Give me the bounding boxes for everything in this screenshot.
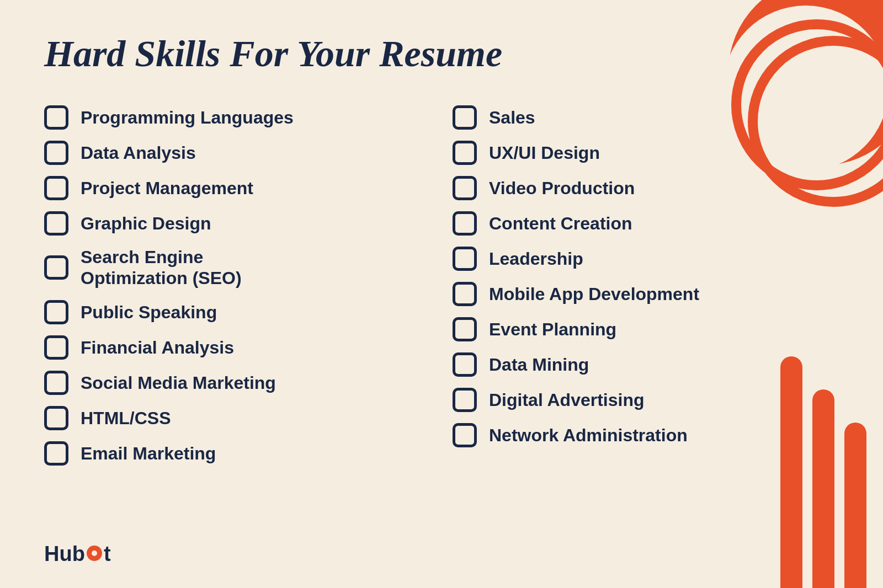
checkbox-seo[interactable] xyxy=(44,255,68,280)
skill-label-video-production: Video Production xyxy=(489,177,635,199)
skill-item-digital-advertising: Digital Advertising xyxy=(453,384,839,415)
checkbox-sales[interactable] xyxy=(453,105,477,130)
skill-item-email-marketing: Email Marketing xyxy=(44,438,430,469)
checkbox-graphic-design[interactable] xyxy=(44,211,68,236)
skill-label-sales: Sales xyxy=(489,106,535,129)
checkbox-data-analysis[interactable] xyxy=(44,141,68,165)
checkbox-social-media-marketing[interactable] xyxy=(44,371,68,395)
skill-label-html-css: HTML/CSS xyxy=(81,407,171,429)
checkbox-content-creation[interactable] xyxy=(453,211,477,236)
skills-column-left: Programming LanguagesData AnalysisProjec… xyxy=(44,102,453,560)
hubspot-dot-icon xyxy=(86,547,103,562)
checkbox-mobile-app-development[interactable] xyxy=(453,282,477,306)
skill-label-graphic-design: Graphic Design xyxy=(81,212,211,234)
checkbox-project-management[interactable] xyxy=(44,176,68,200)
checkbox-leadership[interactable] xyxy=(453,247,477,271)
skill-item-data-analysis: Data Analysis xyxy=(44,137,430,168)
checkbox-html-css[interactable] xyxy=(44,406,68,430)
skill-label-network-administration: Network Administration xyxy=(489,424,688,446)
skill-label-leadership: Leadership xyxy=(489,248,583,270)
checkbox-data-mining[interactable] xyxy=(453,352,477,377)
skill-label-data-mining: Data Mining xyxy=(489,354,589,376)
skill-item-financial-analysis: Financial Analysis xyxy=(44,332,430,363)
checkbox-financial-analysis[interactable] xyxy=(44,335,68,360)
skill-label-data-analysis: Data Analysis xyxy=(81,142,196,164)
skill-item-video-production: Video Production xyxy=(453,173,839,204)
hubspot-dot-inner xyxy=(92,550,97,556)
page-title: Hard Skills For Your Resume xyxy=(44,33,839,74)
hubspot-dot-circle xyxy=(87,546,102,561)
checkbox-video-production[interactable] xyxy=(453,176,477,200)
checkbox-event-planning[interactable] xyxy=(453,317,477,341)
skill-label-email-marketing: Email Marketing xyxy=(81,442,216,464)
skill-item-content-creation: Content Creation xyxy=(453,208,839,239)
skill-label-public-speaking: Public Speaking xyxy=(81,301,217,323)
skills-section: Programming LanguagesData AnalysisProjec… xyxy=(44,102,839,560)
skill-label-content-creation: Content Creation xyxy=(489,212,632,234)
skill-label-digital-advertising: Digital Advertising xyxy=(489,389,645,411)
skill-item-project-management: Project Management xyxy=(44,173,430,204)
skills-column-right: SalesUX/UI DesignVideo ProductionContent… xyxy=(453,102,839,560)
hubspot-logo: Hub t xyxy=(44,542,111,566)
skill-item-public-speaking: Public Speaking xyxy=(44,297,430,328)
skill-item-programming-languages: Programming Languages xyxy=(44,102,430,133)
skill-item-sales: Sales xyxy=(453,102,839,133)
skill-item-network-administration: Network Administration xyxy=(453,420,839,451)
bar-3 xyxy=(844,423,866,588)
skill-label-programming-languages: Programming Languages xyxy=(81,106,294,129)
skill-item-graphic-design: Graphic Design xyxy=(44,208,430,239)
checkbox-email-marketing[interactable] xyxy=(44,441,68,466)
skill-label-event-planning: Event Planning xyxy=(489,318,616,340)
main-container: Hard Skills For Your Resume Programming … xyxy=(0,0,883,588)
skill-item-event-planning: Event Planning xyxy=(453,314,839,345)
checkbox-network-administration[interactable] xyxy=(453,423,477,447)
skill-label-financial-analysis: Financial Analysis xyxy=(81,336,234,359)
hubspot-text-hub: Hub xyxy=(44,542,85,566)
skill-item-ux-ui-design: UX/UI Design xyxy=(453,137,839,168)
skill-label-mobile-app-development: Mobile App Development xyxy=(489,283,699,305)
checkbox-public-speaking[interactable] xyxy=(44,300,68,324)
checkbox-ux-ui-design[interactable] xyxy=(453,141,477,165)
skill-label-ux-ui-design: UX/UI Design xyxy=(489,142,600,164)
skill-item-data-mining: Data Mining xyxy=(453,349,839,380)
skill-item-mobile-app-development: Mobile App Development xyxy=(453,279,839,309)
checkbox-digital-advertising[interactable] xyxy=(453,388,477,412)
skill-item-html-css: HTML/CSS xyxy=(44,403,430,434)
skill-item-leadership: Leadership xyxy=(453,243,839,274)
skill-item-social-media-marketing: Social Media Marketing xyxy=(44,367,430,398)
skill-label-social-media-marketing: Social Media Marketing xyxy=(81,372,276,394)
checkbox-programming-languages[interactable] xyxy=(44,105,68,130)
skill-label-seo: Search EngineOptimization (SEO) xyxy=(81,247,242,289)
skill-label-project-management: Project Management xyxy=(81,177,253,199)
skill-item-seo: Search EngineOptimization (SEO) xyxy=(44,243,430,292)
hubspot-text-t: t xyxy=(104,542,111,566)
